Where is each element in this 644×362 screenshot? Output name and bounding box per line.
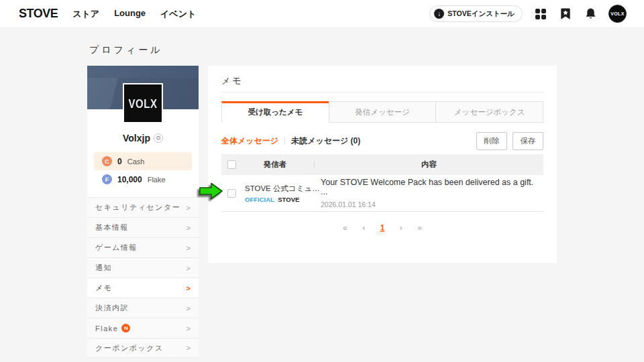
- chevron-right-icon: >: [186, 244, 191, 252]
- nav-lounge[interactable]: Lounge: [114, 8, 146, 20]
- sidebar-item-flake[interactable]: Flake N >: [87, 318, 199, 338]
- message-row[interactable]: STOVE 公式コミュ… OFFICIAL STOVE Your STOVE W…: [221, 175, 543, 212]
- wallet-section: C 0 Cash F 10,000 Flake: [94, 152, 192, 188]
- profile-avatar[interactable]: VOLX: [123, 83, 163, 123]
- memo-title: メモ: [221, 66, 543, 93]
- username: Volxjp: [123, 133, 150, 143]
- profile-sidebar: VOLX Volxjp ⚙ C 0 Cash F 10,000 Flake セキ…: [87, 66, 199, 358]
- topbar-right-group: ↓ STOVEインストール VOLX: [429, 5, 627, 23]
- message-ellipsis: ...: [321, 188, 543, 197]
- nav-store[interactable]: ストア: [72, 8, 99, 20]
- edit-profile-gear-icon[interactable]: ⚙: [154, 133, 163, 143]
- sidebar-item-coupon-box[interactable]: クーポンボックス >: [87, 338, 199, 358]
- save-button[interactable]: 保存: [513, 132, 543, 150]
- sender-name-truncated: STOVE 公式コミュ…: [245, 184, 314, 194]
- message-content-cell[interactable]: Your STOVE Welcome Pack has been deliver…: [314, 178, 543, 208]
- cash-amount: 0: [117, 157, 122, 166]
- message-date: 2026.01.01 16:14: [321, 200, 543, 208]
- cash-balance-row[interactable]: C 0 Cash: [94, 152, 192, 170]
- tab-message-box[interactable]: メッセージボックス: [435, 101, 543, 123]
- sidebar-item-memo[interactable]: メモ >: [87, 278, 199, 298]
- flake-balance-row[interactable]: F 10,000 Flake: [94, 170, 192, 188]
- pagination-last[interactable]: »: [417, 223, 422, 233]
- sidebar-item-game-info[interactable]: ゲーム情報 >: [87, 237, 199, 257]
- flake-label: Flake: [148, 176, 166, 184]
- tab-received-memo[interactable]: 受け取ったメモ: [221, 101, 329, 123]
- filter-unread-messages[interactable]: 未読メッセージ (0): [291, 135, 360, 147]
- message-filter-row: 全体メッセージ 未読メッセージ (0) 削除 保存: [221, 132, 543, 150]
- user-avatar[interactable]: VOLX: [608, 5, 627, 23]
- install-label: STOVEインストール: [447, 9, 515, 19]
- column-content: 内容: [315, 160, 543, 170]
- chevron-right-icon: >: [186, 304, 191, 312]
- cash-coin-icon: C: [102, 156, 112, 166]
- top-nav: ストア Lounge イベント: [72, 8, 196, 20]
- tab-sent-messages[interactable]: 発信メッセージ: [329, 101, 437, 123]
- profile-avatar-text: VOLX: [129, 96, 158, 110]
- annotation-arrow-icon: [198, 181, 225, 201]
- pagination-page-1[interactable]: 1: [380, 223, 385, 233]
- memo-panel: メモ 受け取ったメモ 発信メッセージ メッセージボックス 全体メッセージ 未読メ…: [208, 66, 557, 263]
- page-title: プロフィール: [89, 44, 163, 56]
- official-badge: OFFICIAL: [245, 196, 274, 203]
- filter-all-messages[interactable]: 全体メッセージ: [221, 135, 278, 147]
- chevron-right-icon: >: [186, 344, 191, 352]
- chevron-right-icon: >: [186, 324, 191, 333]
- row-checkbox[interactable]: [227, 189, 236, 198]
- download-icon: ↓: [434, 9, 444, 19]
- notification-bell-icon[interactable]: [584, 7, 597, 21]
- message-table-header: 発信者 内容: [221, 154, 543, 175]
- column-sender: 発信者: [236, 160, 314, 170]
- nav-event[interactable]: イベント: [160, 8, 196, 20]
- stove-install-button[interactable]: ↓ STOVEインストール: [429, 5, 523, 22]
- sidebar-item-notifications[interactable]: 通知 >: [87, 257, 199, 278]
- chevron-right-icon: >: [186, 224, 191, 232]
- cash-label: Cash: [127, 158, 145, 166]
- sidebar-item-payment-history[interactable]: 決済内訳 >: [87, 298, 199, 318]
- sender-brand: STOVE: [278, 196, 299, 203]
- message-text: Your STOVE Welcome Pack has been deliver…: [321, 178, 543, 188]
- top-navigation-bar: STOVE ストア Lounge イベント ↓ STOVEインストール VOLX: [0, 0, 644, 28]
- delete-button[interactable]: 削除: [476, 132, 507, 150]
- chevron-right-icon: >: [186, 284, 191, 292]
- select-all-checkbox[interactable]: [227, 160, 236, 169]
- bookmark-star-icon[interactable]: [559, 7, 572, 21]
- stove-logo[interactable]: STOVE: [19, 7, 58, 21]
- sidebar-menu: セキュリティセンター > 基本情報 > ゲーム情報 > 通知 > メモ > 決済…: [87, 197, 199, 358]
- new-badge: N: [121, 324, 130, 333]
- chevron-right-icon: >: [186, 204, 191, 212]
- sidebar-item-security-center[interactable]: セキュリティセンター >: [87, 197, 199, 217]
- memo-tabs: 受け取ったメモ 発信メッセージ メッセージボックス: [221, 101, 543, 123]
- flake-amount: 10,000: [117, 175, 142, 184]
- pagination-first[interactable]: «: [343, 223, 347, 233]
- pagination-next[interactable]: ›: [400, 223, 402, 233]
- pagination-prev[interactable]: ‹: [362, 223, 365, 233]
- profile-name-row: Volxjp ⚙: [87, 133, 199, 143]
- sidebar-item-basic-info[interactable]: 基本情報 >: [87, 217, 199, 237]
- pagination: « ‹ 1 › »: [221, 221, 543, 233]
- filter-divider: [284, 137, 285, 145]
- chevron-right-icon: >: [186, 264, 191, 272]
- apps-grid-icon[interactable]: [534, 7, 547, 21]
- sender-cell: STOVE 公式コミュ… OFFICIAL STOVE: [236, 184, 314, 203]
- flake-coin-icon: F: [102, 174, 112, 184]
